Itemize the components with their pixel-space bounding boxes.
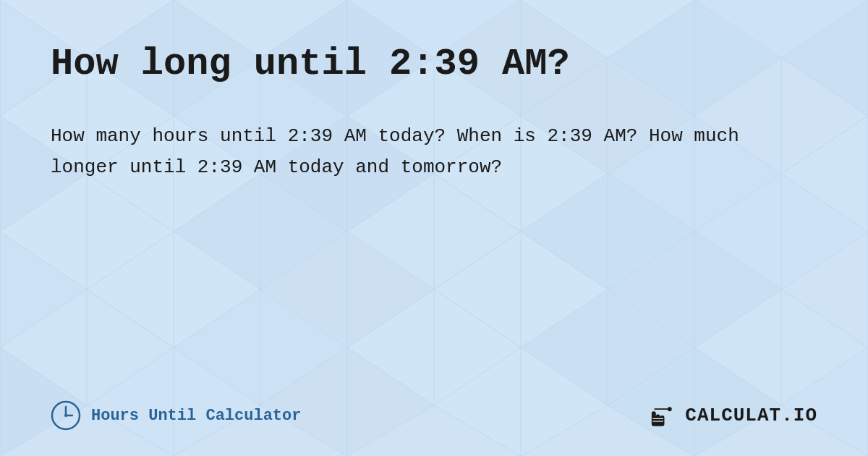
clock-icon	[51, 400, 81, 431]
page-description: How many hours until 2:39 AM today? When…	[51, 121, 817, 183]
calculat-brand-icon	[647, 402, 679, 428]
svg-point-48	[64, 414, 67, 417]
footer: Hours Until Calculator CALCULAT.IO	[51, 400, 817, 431]
hours-calculator-label: Hours Until Calculator	[91, 407, 301, 425]
page-title: How long until 2:39 AM?	[51, 43, 817, 85]
svg-point-50	[668, 408, 671, 410]
calculat-logo: CALCULAT.IO	[647, 402, 817, 428]
hours-calculator-branding: Hours Until Calculator	[51, 400, 301, 431]
calculat-brand-label: CALCULAT.IO	[685, 405, 817, 426]
